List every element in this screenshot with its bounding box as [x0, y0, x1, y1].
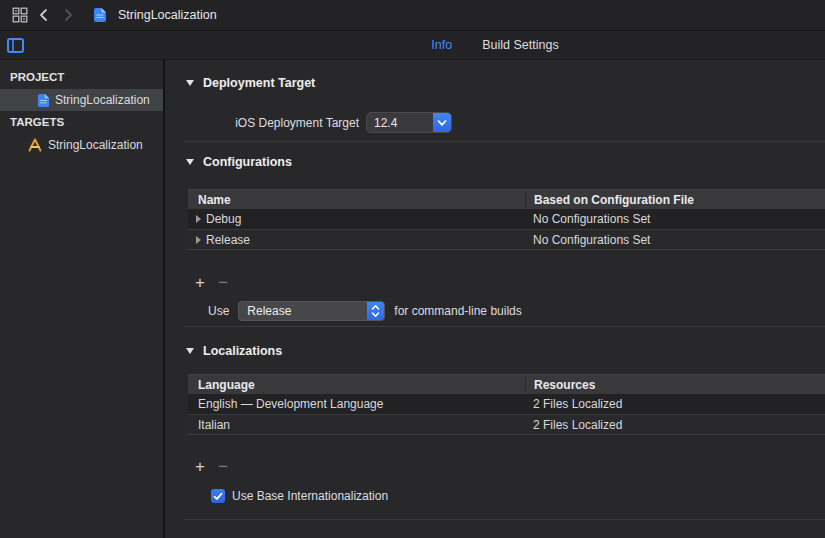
column-header-name[interactable]: Name: [188, 193, 525, 207]
tab-overview-icon[interactable]: [8, 3, 32, 27]
disclosure-open-icon[interactable]: [186, 159, 194, 165]
project-file-icon: [37, 93, 50, 108]
tab-info[interactable]: Info: [431, 38, 452, 52]
disclosure-open-icon[interactable]: [186, 348, 194, 354]
configurations-table: Name Based on Configuration File Debug N…: [188, 189, 825, 250]
column-header-language[interactable]: Language: [188, 378, 525, 392]
table-row-release[interactable]: Release No Configurations Set: [188, 229, 825, 249]
localizations-add-remove: + −: [195, 458, 825, 476]
xcode-project-editor-window: StringLocalization Info Build Settings P…: [0, 0, 825, 538]
back-button[interactable]: [32, 3, 56, 27]
sidebar-project-label: StringLocalization: [55, 93, 150, 107]
remove-button[interactable]: −: [218, 276, 228, 290]
configurations-table-header: Name Based on Configuration File: [188, 190, 825, 209]
jump-bar-title[interactable]: StringLocalization: [118, 8, 217, 22]
ios-deployment-target-combobox[interactable]: 12.4: [366, 112, 452, 133]
ios-deployment-target-row: iOS Deployment Target 12.4: [165, 112, 825, 133]
localization-language: Italian: [188, 418, 525, 432]
section-configurations[interactable]: Configurations: [186, 154, 825, 170]
project-section-header: PROJECT: [0, 66, 163, 89]
editor-pane-icon[interactable]: [7, 38, 24, 57]
table-row-english[interactable]: English — Development Language 2 Files L…: [188, 394, 825, 414]
command-line-builds-label: for command-line builds: [394, 304, 521, 318]
sidebar-item-target[interactable]: StringLocalization: [0, 134, 163, 156]
configuration-based-on: No Configurations Set: [525, 212, 825, 226]
project-file-icon: [88, 3, 112, 27]
localization-language: English — Development Language: [188, 397, 525, 411]
localization-resources: 2 Files Localized: [525, 397, 825, 411]
checkbox-label: Use Base Internationalization: [232, 489, 388, 503]
sidebar-item-project[interactable]: StringLocalization: [0, 89, 163, 111]
disclosure-open-icon[interactable]: [186, 80, 194, 86]
section-title: Configurations: [203, 155, 292, 169]
popup-value: Release: [239, 304, 291, 318]
command-line-config-popup[interactable]: Release: [238, 301, 385, 321]
configuration-name: Debug: [206, 212, 241, 226]
ios-deployment-target-label: iOS Deployment Target: [184, 116, 359, 130]
sidebar-target-label: StringLocalization: [48, 138, 143, 152]
section-title: Deployment Target: [203, 76, 315, 90]
command-line-builds-row: Use Release for command-line builds: [208, 300, 825, 321]
table-row-debug[interactable]: Debug No Configurations Set: [188, 209, 825, 229]
add-button[interactable]: +: [195, 460, 205, 474]
column-header-based-on[interactable]: Based on Configuration File: [525, 193, 825, 207]
use-base-internationalization-checkbox[interactable]: [211, 489, 225, 503]
section-divider: [184, 141, 825, 142]
disclosure-closed-icon[interactable]: [196, 236, 201, 244]
jump-bar: StringLocalization: [0, 0, 825, 31]
base-internationalization-row: Use Base Internationalization: [211, 488, 825, 504]
localizations-table-header: Language Resources: [188, 375, 825, 394]
app-target-icon: [27, 138, 43, 152]
forward-button[interactable]: [56, 3, 80, 27]
editor-tabs: Info Build Settings: [165, 38, 825, 52]
section-deployment-target[interactable]: Deployment Target: [186, 75, 825, 91]
section-localizations[interactable]: Localizations: [186, 343, 825, 359]
project-info-pane: Deployment Target iOS Deployment Target …: [165, 60, 825, 538]
project-targets-sidebar: PROJECT StringLocalization TARGETS: [0, 60, 165, 538]
localizations-table: Language Resources English — Development…: [188, 374, 825, 435]
use-label: Use: [208, 304, 229, 318]
editor-tab-bar: Info Build Settings: [0, 31, 825, 60]
chevron-down-icon[interactable]: [433, 113, 451, 132]
combobox-value: 12.4: [367, 113, 433, 132]
column-header-resources[interactable]: Resources: [525, 378, 825, 392]
localization-resources: 2 Files Localized: [525, 418, 825, 432]
configuration-based-on: No Configurations Set: [525, 233, 825, 247]
targets-section-header: TARGETS: [0, 111, 163, 134]
chevron-up-down-icon: [367, 301, 384, 321]
remove-button[interactable]: −: [218, 460, 228, 474]
section-title: Localizations: [203, 344, 282, 358]
configuration-name: Release: [206, 233, 250, 247]
tab-build-settings[interactable]: Build Settings: [482, 38, 558, 52]
section-divider: [184, 519, 825, 520]
disclosure-closed-icon[interactable]: [196, 215, 201, 223]
add-button[interactable]: +: [195, 276, 205, 290]
configurations-add-remove: + −: [195, 274, 825, 292]
section-divider: [184, 326, 825, 327]
table-row-italian[interactable]: Italian 2 Files Localized: [188, 414, 825, 434]
